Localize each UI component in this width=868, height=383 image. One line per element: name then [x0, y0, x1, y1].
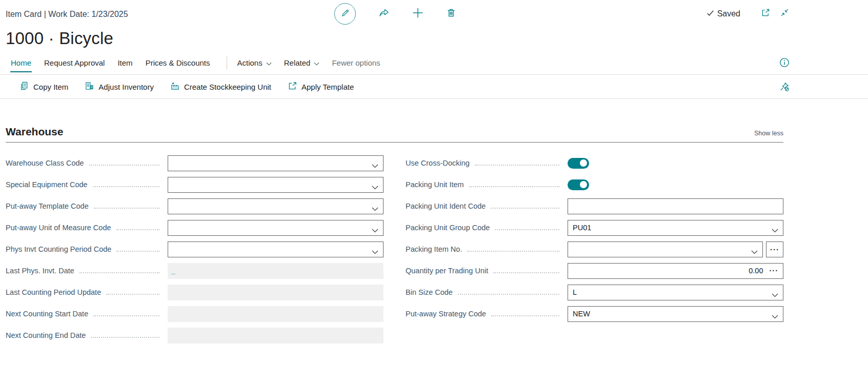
put-away-template-code-field[interactable] — [168, 198, 383, 214]
dotted-leader — [106, 294, 159, 295]
apply-template-icon — [288, 81, 297, 92]
show-less-button[interactable]: Show less — [754, 130, 783, 138]
page-caption: Item Card | Work Date: 1/23/2025 — [6, 10, 128, 19]
dotted-leader — [79, 272, 159, 273]
packing-unit-ident-code-field[interactable] — [568, 198, 783, 214]
toggle-knob — [580, 159, 587, 167]
create-stockkeeping-unit-icon — [170, 81, 180, 92]
quantity-assist-button[interactable]: ··· — [770, 267, 779, 275]
field-row: Last Phys. Invt. Date _ — [6, 260, 383, 281]
tab-home[interactable]: Home — [10, 53, 32, 72]
warehouse-section-header: Warehouse Show less — [6, 126, 783, 143]
copy-item-icon — [19, 81, 29, 92]
checkmark-icon — [706, 9, 714, 18]
field-label: Last Phys. Invt. Date — [6, 267, 74, 275]
action-label: Copy Item — [33, 83, 68, 91]
chevron-down-icon — [372, 162, 378, 170]
window-controls: Saved — [706, 8, 790, 19]
item-card-page: Item Card | Work Date: 1/23/2025 — [0, 0, 868, 383]
dotted-leader — [467, 251, 559, 252]
field-label: Quantity per Trading Unit — [406, 267, 488, 275]
packing-item-no-field[interactable] — [568, 241, 763, 257]
action-label: Create Stockkeeping Unit — [184, 83, 271, 91]
record-toolbar — [334, 3, 456, 25]
field-row: Next Counting End Date — [6, 325, 383, 346]
field-label: Last Counting Period Update — [6, 288, 101, 296]
field-label: Next Counting End Date — [6, 331, 86, 339]
tab-request-approval[interactable]: Request Approval — [44, 53, 105, 72]
menu-related-label: Related — [284, 58, 311, 67]
action-label: Apply Template — [301, 83, 354, 91]
dotted-leader — [458, 294, 559, 295]
chevron-down-icon — [772, 226, 778, 234]
field-row: Bin Size Code L — [406, 281, 783, 303]
open-in-new-window-button[interactable] — [761, 8, 771, 19]
field-label: Packing Item No. — [406, 245, 462, 253]
field-row: Next Counting Start Date — [6, 303, 383, 325]
new-button[interactable] — [412, 7, 423, 21]
field-row: Use Cross-Docking — [406, 152, 783, 174]
next-counting-end-date-field — [168, 328, 383, 344]
packing-item-no-assist-button[interactable]: ··· — [766, 241, 783, 257]
collapse-button[interactable] — [780, 8, 790, 19]
menu-related[interactable]: Related — [284, 58, 320, 67]
plus-icon — [412, 7, 423, 21]
fewer-options-button[interactable]: Fewer options — [332, 58, 380, 67]
field-label: Put-away Template Code — [6, 202, 89, 210]
chevron-down-icon — [772, 312, 778, 320]
field-row: Quantity per Trading Unit 0.00··· — [406, 260, 783, 281]
menu-divider — [227, 56, 227, 70]
chevron-down-icon — [372, 226, 378, 234]
put-away-strategy-code-field[interactable]: NEW — [568, 306, 783, 322]
delete-button[interactable] — [446, 8, 456, 20]
field-label: Phys Invt Counting Period Code — [6, 245, 111, 253]
adjust-inventory-button[interactable]: Adjust Inventory — [85, 81, 154, 92]
warehouse-class-code-field[interactable] — [168, 155, 383, 171]
field-row: Packing Item No. ··· — [406, 238, 783, 260]
dotted-leader — [116, 251, 159, 252]
text-cursor: _ — [171, 267, 175, 275]
use-cross-docking-toggle[interactable] — [568, 158, 589, 169]
last-phys-invt-date-field: _ — [168, 263, 383, 279]
copy-item-button[interactable]: Copy Item — [19, 81, 68, 92]
save-status-label: Saved — [717, 9, 740, 18]
dotted-leader — [469, 186, 559, 187]
field-label: Packing Unit Item — [406, 180, 464, 189]
field-row: Packing Unit Item — [406, 174, 783, 195]
menu-actions[interactable]: Actions — [237, 58, 272, 67]
field-label: Special Equipment Code — [6, 180, 88, 189]
special-equipment-code-field[interactable] — [168, 177, 383, 193]
adjust-inventory-icon — [85, 81, 94, 92]
form-column-left: Warehouse Class Code Special Equipment C… — [6, 152, 383, 346]
bin-size-code-field[interactable]: L — [568, 285, 783, 300]
trash-icon — [446, 8, 456, 20]
apply-template-button[interactable]: Apply Template — [288, 81, 354, 92]
field-row: Packing Unit Ident Code — [406, 195, 783, 217]
top-bar: Item Card | Work Date: 1/23/2025 — [0, 0, 868, 26]
field-row: Special Equipment Code — [6, 174, 383, 195]
collapse-icon — [780, 8, 790, 19]
field-row: Put-away Template Code — [6, 195, 383, 217]
packing-unit-item-toggle[interactable] — [568, 179, 589, 190]
share-button[interactable] — [378, 8, 390, 20]
tab-prices-discounts[interactable]: Prices & Discounts — [145, 53, 211, 72]
field-label: Put-away Unit of Measure Code — [6, 224, 111, 232]
field-row: Warehouse Class Code — [6, 152, 383, 174]
phys-invt-counting-period-code-field[interactable] — [168, 241, 383, 257]
edit-button[interactable] — [334, 3, 356, 25]
share-icon — [378, 8, 390, 20]
quantity-per-trading-unit-field[interactable]: 0.00··· — [568, 263, 783, 279]
toggle-knob — [580, 181, 587, 188]
info-icon — [779, 57, 790, 69]
field-label: Packing Unit Ident Code — [406, 202, 486, 210]
open-in-new-window-icon — [761, 8, 771, 19]
info-button[interactable] — [779, 57, 790, 69]
chevron-down-icon — [751, 248, 758, 256]
packing-unit-group-code-field[interactable]: PU01 — [568, 220, 783, 236]
unpin-button[interactable] — [779, 82, 790, 94]
put-away-unit-of-measure-code-field[interactable] — [168, 220, 383, 236]
tab-item[interactable]: Item — [117, 53, 133, 72]
last-counting-period-update-field — [168, 285, 383, 300]
create-stockkeeping-unit-button[interactable]: Create Stockkeeping Unit — [170, 81, 271, 92]
menu-bar: Home Request Approval Item Prices & Disc… — [0, 51, 868, 75]
